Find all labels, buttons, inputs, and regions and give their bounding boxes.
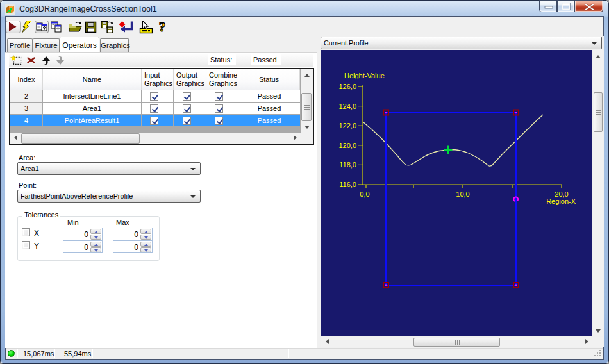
svg-text:10,0: 10,0 <box>456 190 469 198</box>
svg-text:122,0: 122,0 <box>338 122 356 129</box>
svg-text:126,0: 126,0 <box>338 83 356 90</box>
svg-text:118,0: 118,0 <box>339 161 356 169</box>
svg-text:116,0: 116,0 <box>339 181 356 188</box>
svg-text:0,0: 0,0 <box>360 190 369 198</box>
svg-text:124,0: 124,0 <box>338 103 356 110</box>
svg-text:Height-Value: Height-Value <box>344 72 385 79</box>
svg-text:?: ? <box>159 21 166 35</box>
svg-text:120,0: 120,0 <box>338 142 356 149</box>
svg-text:Region-X: Region-X <box>546 197 576 205</box>
